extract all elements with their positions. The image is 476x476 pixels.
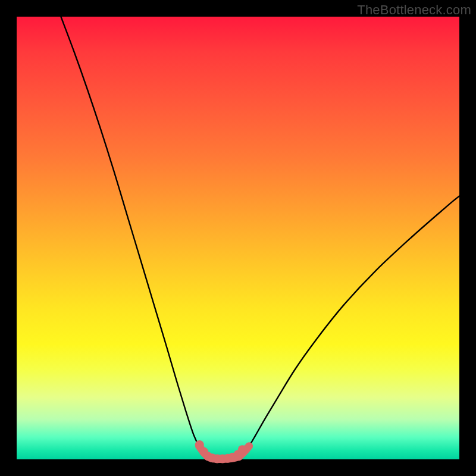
- right-curve: [239, 196, 459, 456]
- watermark-text: TheBottleneck.com: [357, 2, 471, 18]
- chart-frame: TheBottleneck.com: [0, 0, 476, 476]
- left-curve: [61, 17, 208, 457]
- plot-area: [17, 17, 459, 459]
- valley-marker: [238, 445, 247, 454]
- chart-svg: [17, 17, 459, 459]
